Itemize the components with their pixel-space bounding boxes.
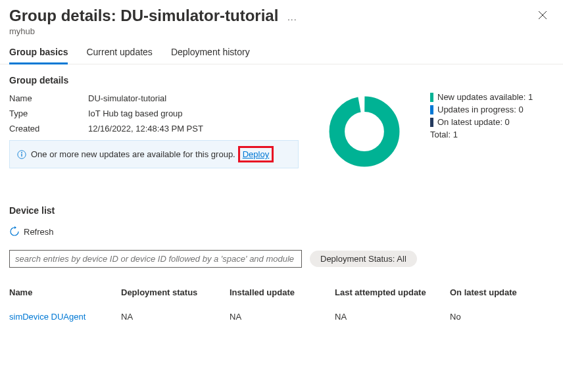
legend: New updates available: 1 Updates in prog… — [430, 75, 554, 168]
more-icon[interactable]: ··· — [287, 14, 297, 24]
detail-value-created: 12/16/2022, 12:48:43 PM PST — [88, 124, 203, 134]
legend-swatch — [430, 93, 433, 102]
svg-point-3 — [337, 104, 391, 159]
legend-label: New updates available: 1 — [437, 92, 533, 102]
cell-last: NA — [335, 312, 450, 322]
deployment-status-filter[interactable]: Deployment Status: All — [310, 251, 417, 267]
refresh-icon — [9, 226, 20, 237]
cell-latest: No — [450, 312, 554, 322]
legend-swatch — [430, 118, 433, 127]
info-banner: One or more new updates are available fo… — [9, 140, 299, 168]
donut-chart — [312, 75, 417, 168]
legend-label: Updates in progress: 0 — [437, 105, 524, 114]
detail-value-name: DU-simulator-tutorial — [88, 93, 166, 103]
tabs: Group basics Current updates Deployment … — [0, 36, 563, 64]
page-title: Group details: DU-simulator-tutorial — [9, 7, 278, 25]
search-input[interactable] — [9, 250, 302, 268]
tab-deployment-history[interactable]: Deployment history — [171, 47, 250, 64]
group-details-heading: Group details — [9, 75, 299, 86]
deploy-link[interactable]: Deploy — [238, 146, 274, 162]
svg-rect-2 — [21, 153, 22, 156]
svg-point-1 — [21, 152, 22, 153]
detail-label-name: Name — [9, 93, 88, 103]
cell-installed: NA — [230, 312, 335, 322]
col-header-status[interactable]: Deployment status — [121, 287, 230, 297]
device-table: Name Deployment status Installed update … — [9, 281, 554, 330]
detail-row: Name DU-simulator-tutorial — [9, 93, 299, 103]
legend-item: Updates in progress: 0 — [430, 105, 554, 114]
col-header-latest[interactable]: On latest update — [450, 287, 554, 297]
table-row: simDevice DUAgent NA NA NA No — [9, 304, 554, 330]
legend-item: On latest update: 0 — [430, 117, 554, 127]
col-header-name[interactable]: Name — [9, 287, 121, 297]
detail-row: Created 12/16/2022, 12:48:43 PM PST — [9, 124, 299, 134]
detail-value-type: IoT Hub tag based group — [88, 109, 183, 118]
detail-row: Type IoT Hub tag based group — [9, 109, 299, 118]
device-link[interactable]: simDevice DUAgent — [9, 312, 121, 322]
refresh-button[interactable]: Refresh — [9, 226, 554, 237]
close-icon[interactable] — [538, 11, 547, 22]
banner-text: One or more new updates are available fo… — [31, 149, 235, 159]
legend-total: Total: 1 — [430, 130, 554, 139]
hub-name: myhub — [9, 26, 552, 36]
legend-swatch — [430, 105, 433, 114]
detail-label-created: Created — [9, 124, 88, 134]
table-header: Name Deployment status Installed update … — [9, 281, 554, 304]
tab-group-basics[interactable]: Group basics — [9, 47, 68, 64]
detail-label-type: Type — [9, 109, 88, 118]
legend-item: New updates available: 1 — [430, 92, 554, 102]
info-icon — [16, 149, 27, 160]
refresh-label: Refresh — [24, 227, 54, 237]
tab-current-updates[interactable]: Current updates — [86, 47, 152, 64]
col-header-last[interactable]: Last attempted update — [335, 287, 450, 297]
cell-status: NA — [121, 312, 230, 322]
col-header-installed[interactable]: Installed update — [230, 287, 335, 297]
device-list-heading: Device list — [9, 205, 554, 216]
legend-label: On latest update: 0 — [437, 117, 510, 127]
